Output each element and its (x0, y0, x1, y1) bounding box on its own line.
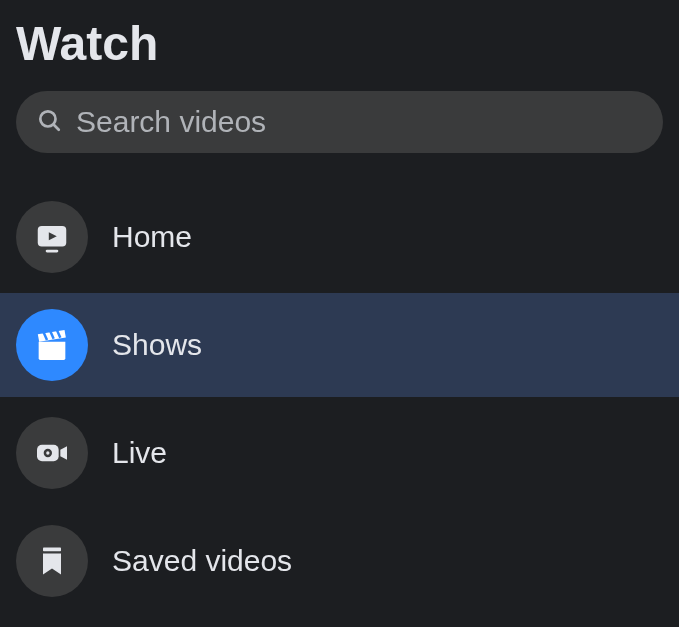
tv-play-icon (16, 201, 88, 273)
clapper-icon (16, 309, 88, 381)
nav-label: Home (112, 220, 192, 254)
svg-line-1 (54, 125, 59, 130)
nav-label: Live (112, 436, 167, 470)
search-input[interactable] (76, 105, 643, 139)
svg-rect-3 (46, 250, 59, 253)
nav-list: Home Shows (0, 185, 679, 613)
nav-item-saved-videos[interactable]: Saved videos (0, 509, 679, 613)
nav-label: Shows (112, 328, 202, 362)
nav-item-home[interactable]: Home (0, 185, 679, 289)
live-camera-icon (16, 417, 88, 489)
nav-label: Saved videos (112, 544, 292, 578)
nav-item-live[interactable]: Live (0, 401, 679, 505)
svg-rect-10 (43, 548, 61, 552)
search-icon (36, 107, 62, 137)
svg-point-9 (46, 451, 49, 454)
bookmark-icon (16, 525, 88, 597)
nav-item-shows[interactable]: Shows (0, 293, 679, 397)
page-title: Watch (0, 16, 679, 91)
search-bar[interactable] (16, 91, 663, 153)
